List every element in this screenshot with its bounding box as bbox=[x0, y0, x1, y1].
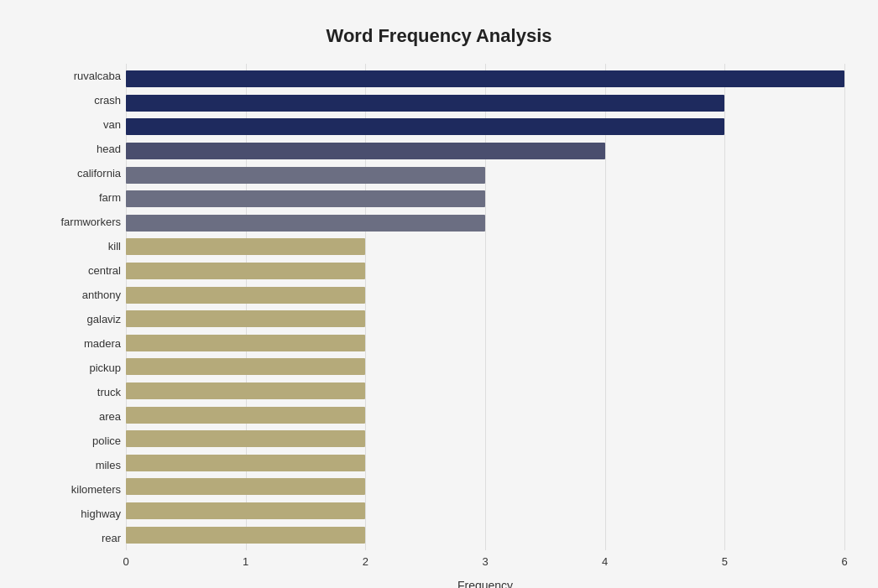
x-tick: 5 bbox=[722, 555, 728, 568]
y-label: miles bbox=[34, 455, 121, 476]
bar-row bbox=[126, 454, 844, 472]
grid-and-bars bbox=[126, 64, 844, 550]
bar bbox=[126, 310, 365, 327]
bar bbox=[126, 407, 365, 424]
y-label: area bbox=[34, 406, 121, 428]
bar-row bbox=[126, 142, 844, 160]
bar bbox=[126, 215, 485, 232]
x-axis: 0123456 bbox=[126, 555, 844, 575]
bar-row bbox=[126, 502, 844, 520]
y-axis: ruvalcabacrashvanheadcaliforniafarmfarmw… bbox=[34, 64, 126, 550]
bar bbox=[126, 143, 605, 159]
bar-row bbox=[126, 117, 844, 136]
bottom-section: 0123456 Frequency bbox=[34, 555, 844, 588]
y-label: ruvalcaba bbox=[34, 65, 121, 87]
bar bbox=[126, 190, 485, 207]
bar bbox=[126, 430, 365, 447]
grid-line bbox=[844, 64, 845, 550]
y-label: police bbox=[34, 430, 121, 452]
y-label: madera bbox=[34, 333, 121, 355]
bar bbox=[126, 118, 724, 135]
bar bbox=[126, 287, 365, 304]
chart-container: Word Frequency Analysis ruvalcabacrashva… bbox=[0, 0, 878, 588]
x-tick: 6 bbox=[841, 555, 847, 568]
bar bbox=[126, 167, 485, 184]
bar bbox=[126, 478, 365, 495]
y-label: rear bbox=[34, 528, 121, 549]
y-label: anthony bbox=[34, 284, 121, 306]
y-label: head bbox=[34, 138, 121, 160]
bar bbox=[126, 335, 365, 351]
y-label: highway bbox=[34, 503, 121, 525]
bar-row bbox=[126, 166, 844, 185]
bar bbox=[126, 263, 365, 279]
y-label: california bbox=[34, 163, 121, 185]
x-axis-label: Frequency bbox=[126, 579, 844, 588]
bar-row bbox=[126, 286, 844, 304]
bar bbox=[126, 70, 844, 87]
bars-and-grid bbox=[126, 64, 844, 550]
y-label: van bbox=[34, 114, 121, 136]
bar bbox=[126, 527, 365, 544]
bar-row bbox=[126, 382, 844, 400]
bar bbox=[126, 455, 365, 471]
y-label: pickup bbox=[34, 357, 121, 379]
x-tick: 4 bbox=[602, 555, 608, 568]
y-label: truck bbox=[34, 382, 121, 403]
bar-row bbox=[126, 94, 844, 112]
bar-row bbox=[126, 214, 844, 232]
bar-row bbox=[126, 310, 844, 328]
x-tick: 0 bbox=[123, 555, 128, 568]
chart-area: ruvalcabacrashvanheadcaliforniafarmfarmw… bbox=[34, 64, 844, 550]
y-label: galaviz bbox=[34, 309, 121, 330]
bar-row bbox=[126, 262, 844, 280]
y-label: central bbox=[34, 260, 121, 282]
bar-row bbox=[126, 237, 844, 256]
bar bbox=[126, 358, 365, 375]
bar bbox=[126, 382, 365, 399]
bar bbox=[126, 502, 365, 519]
y-label: kilometers bbox=[34, 479, 121, 501]
bar-row bbox=[126, 334, 844, 352]
y-label: farmworkers bbox=[34, 211, 121, 233]
bar-row bbox=[126, 477, 844, 496]
bars-container bbox=[126, 64, 844, 550]
x-tick: 1 bbox=[243, 555, 248, 568]
bar-row bbox=[126, 526, 844, 544]
bar-row bbox=[126, 406, 844, 424]
bar-row bbox=[126, 190, 844, 208]
y-label: kill bbox=[34, 236, 121, 258]
x-tick: 3 bbox=[482, 555, 488, 568]
bar-row bbox=[126, 429, 844, 448]
chart-title: Word Frequency Analysis bbox=[34, 17, 844, 47]
bar-row bbox=[126, 357, 844, 376]
bar bbox=[126, 238, 365, 255]
y-label: crash bbox=[34, 90, 121, 112]
y-label: farm bbox=[34, 187, 121, 209]
bar-row bbox=[126, 70, 844, 88]
bar bbox=[126, 95, 724, 112]
x-tick: 2 bbox=[363, 555, 368, 568]
